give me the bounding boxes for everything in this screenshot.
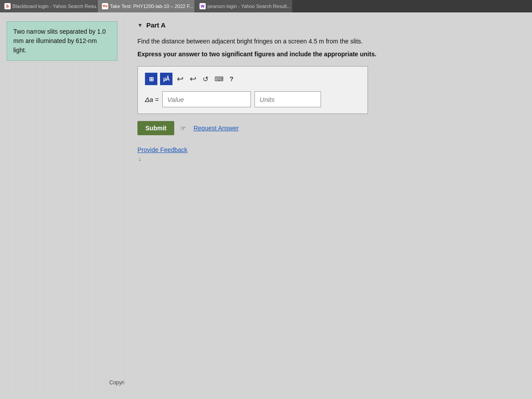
submit-row: Submit ☞ Request Answer	[137, 121, 519, 135]
units-input[interactable]	[254, 91, 321, 107]
tab-pearson-login-label: pearson login - Yahoo Search Result...	[207, 4, 291, 9]
part-title: Part A	[146, 21, 166, 29]
left-panel: Two narrow slits separated by 1.0 mm are…	[0, 12, 124, 399]
right-panel: ▼ Part A Find the distance between adjac…	[124, 12, 532, 399]
problem-text: Two narrow slits separated by 1.0 mm are…	[13, 28, 106, 54]
redo-icon[interactable]: ↪	[188, 73, 198, 85]
part-collapse-arrow[interactable]: ▼	[137, 22, 143, 28]
mu-button[interactable]: μÅ	[160, 73, 172, 85]
problem-box: Two narrow slits separated by 1.0 mm are…	[7, 21, 117, 61]
toolbar-row: ⊞ μÅ ↩ ↪ ↺ ⌨ ?	[145, 73, 360, 85]
main-content: Two narrow slits separated by 1.0 mm are…	[0, 12, 532, 399]
favicon-blackboard: b	[4, 3, 11, 9]
tab-blackboard-label: Blackboard login - Yahoo Search Resu...	[12, 4, 98, 9]
tab-take-test-label: Take Test: PHY1200-lab-10 – 2022 F...	[110, 4, 193, 9]
provide-feedback-link[interactable]: Provide Feedback	[137, 146, 188, 153]
answer-area: ⊞ μÅ ↩ ↪ ↺ ⌨ ? Δa =	[137, 66, 368, 114]
value-input[interactable]	[162, 91, 251, 107]
part-header: ▼ Part A	[137, 21, 519, 29]
favicon-take-test: Ra	[102, 3, 108, 9]
delta-label: Δa =	[145, 96, 159, 103]
tab-blackboard[interactable]: b Blackboard login - Yahoo Search Resu..…	[0, 0, 98, 12]
cursor-icon: ☞	[180, 125, 186, 132]
submit-button[interactable]: Submit	[137, 121, 174, 135]
undo-icon[interactable]: ↩	[175, 73, 185, 85]
request-answer-link[interactable]: Request Answer	[193, 125, 239, 132]
favicon-pearson-login: W	[200, 3, 206, 9]
matrix-button[interactable]: ⊞	[145, 73, 157, 85]
tab-take-test[interactable]: Ra Take Test: PHY1200-lab-10 – 2022 F...	[98, 0, 195, 12]
tab-pearson-login[interactable]: W pearson login - Yahoo Search Result...	[195, 0, 293, 12]
help-icon[interactable]: ?	[228, 74, 235, 83]
question-text-2: Express your answer to two significant f…	[137, 50, 519, 59]
keyboard-icon[interactable]: ⌨	[213, 74, 225, 83]
tab-bar: b Blackboard login - Yahoo Search Resu..…	[0, 0, 532, 12]
feedback-section: Provide Feedback ↓	[137, 146, 519, 162]
question-text-1: Find the distance between adjacent brigh…	[137, 37, 519, 46]
input-row: Δa =	[145, 91, 360, 107]
refresh-icon[interactable]: ↺	[201, 74, 210, 84]
feedback-caret: ↓	[138, 156, 519, 162]
